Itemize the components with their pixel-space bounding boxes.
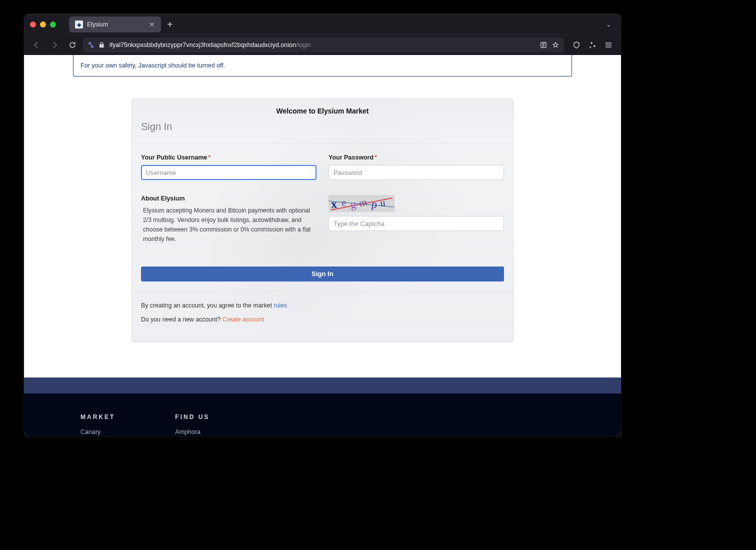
bookmark-icon[interactable] bbox=[552, 41, 559, 49]
footer-market-col: MARKET Canary Forum Mirrors PGP Related bbox=[80, 414, 115, 436]
password-label: Your Password* bbox=[328, 154, 504, 161]
zoom-window-button[interactable] bbox=[50, 22, 56, 28]
svg-text:p: p bbox=[371, 198, 378, 210]
left-column: Your Public Username* About Elysium Elys… bbox=[141, 154, 316, 244]
footer-find-heading: FIND US bbox=[175, 414, 212, 420]
js-warning-banner: For your own safety, Javascript should b… bbox=[73, 55, 572, 76]
create-account-link[interactable]: Create account bbox=[222, 316, 264, 323]
url-text: ifyal75nkxpxsbbdybnzyppr7vncxj3hxtiapsfn… bbox=[110, 42, 311, 48]
tab-title: Elysium bbox=[87, 21, 145, 28]
signin-heading: Sign In bbox=[132, 121, 513, 144]
new-tab-button[interactable]: + bbox=[167, 20, 173, 30]
nav-bar: ifyal75nkxpxsbbdybnzyppr7vncxj3hxtiapsfn… bbox=[24, 35, 621, 55]
reader-mode-icon[interactable] bbox=[540, 41, 547, 49]
username-input[interactable] bbox=[141, 165, 316, 180]
svg-point-1 bbox=[92, 46, 94, 48]
card-welcome: Welcome to Elysium Market bbox=[132, 99, 513, 121]
menu-button[interactable] bbox=[601, 38, 616, 52]
urlbar-actions bbox=[540, 41, 559, 49]
need-account-text: Do you need a new account? Create accoun… bbox=[141, 316, 504, 323]
footer-link[interactable]: Amphora bbox=[175, 428, 212, 436]
svg-text:m: m bbox=[358, 196, 368, 208]
page-scroll[interactable]: For your own safety, Javascript should b… bbox=[24, 55, 621, 436]
sparkle-icon[interactable] bbox=[585, 38, 600, 52]
captcha-image: x e g m p u bbox=[328, 195, 394, 212]
tab-favicon: ◆ bbox=[75, 20, 83, 28]
close-window-button[interactable] bbox=[30, 22, 36, 28]
forward-button[interactable] bbox=[47, 38, 62, 52]
viewport: For your own safety, Javascript should b… bbox=[24, 55, 621, 436]
tab-bar: ◆ Elysium ✕ + ⌄ bbox=[24, 14, 621, 35]
browser-window: ◆ Elysium ✕ + ⌄ i bbox=[24, 14, 621, 436]
username-label: Your Public Username* bbox=[141, 154, 316, 161]
url-bar[interactable]: ifyal75nkxpxsbbdybnzyppr7vncxj3hxtiapsfn… bbox=[83, 38, 564, 52]
tab-close-icon[interactable]: ✕ bbox=[149, 21, 155, 28]
footer-link[interactable]: Canary bbox=[80, 428, 115, 436]
footer-strip bbox=[24, 378, 621, 394]
password-input[interactable] bbox=[328, 165, 504, 180]
svg-point-0 bbox=[89, 42, 91, 44]
tor-circuit-icon[interactable] bbox=[88, 41, 94, 49]
toolbar-right bbox=[569, 38, 616, 52]
footer-find-col: FIND US Amphora Dark Eye Dark Net Eye Dr… bbox=[175, 414, 212, 436]
minimize-window-button[interactable] bbox=[40, 22, 46, 28]
js-warning-text: For your own safety, Javascript should b… bbox=[80, 62, 225, 69]
svg-text:x: x bbox=[330, 198, 338, 211]
captcha-input[interactable] bbox=[328, 216, 504, 231]
card-footer: By creating an account, you agree to the… bbox=[132, 292, 513, 342]
back-button[interactable] bbox=[29, 38, 44, 52]
login-card: Welcome to Elysium Market Sign In Your P… bbox=[132, 98, 514, 342]
rules-link[interactable]: rules bbox=[274, 302, 287, 309]
onion-lock-icon[interactable] bbox=[99, 41, 104, 49]
browser-tab[interactable]: ◆ Elysium ✕ bbox=[69, 16, 161, 32]
svg-text:u: u bbox=[380, 197, 386, 208]
agree-text: By creating an account, you agree to the… bbox=[141, 302, 504, 309]
svg-text:g: g bbox=[350, 198, 357, 211]
tabs-dropdown-icon[interactable]: ⌄ bbox=[602, 21, 615, 28]
svg-text:e: e bbox=[341, 196, 346, 208]
signin-button[interactable]: Sign In bbox=[141, 266, 504, 282]
shield-icon[interactable] bbox=[569, 38, 584, 52]
right-column: Your Password* x e g m p bbox=[328, 154, 504, 244]
about-text: Elysium accepting Monero and Bitcoin pay… bbox=[141, 206, 316, 244]
urlbar-icons bbox=[88, 41, 104, 49]
site-footer: MARKET Canary Forum Mirrors PGP Related … bbox=[24, 394, 621, 436]
about-heading: About Elysium bbox=[141, 195, 316, 202]
reload-button[interactable] bbox=[65, 38, 80, 52]
traffic-lights bbox=[30, 22, 56, 28]
footer-market-heading: MARKET bbox=[80, 414, 115, 420]
